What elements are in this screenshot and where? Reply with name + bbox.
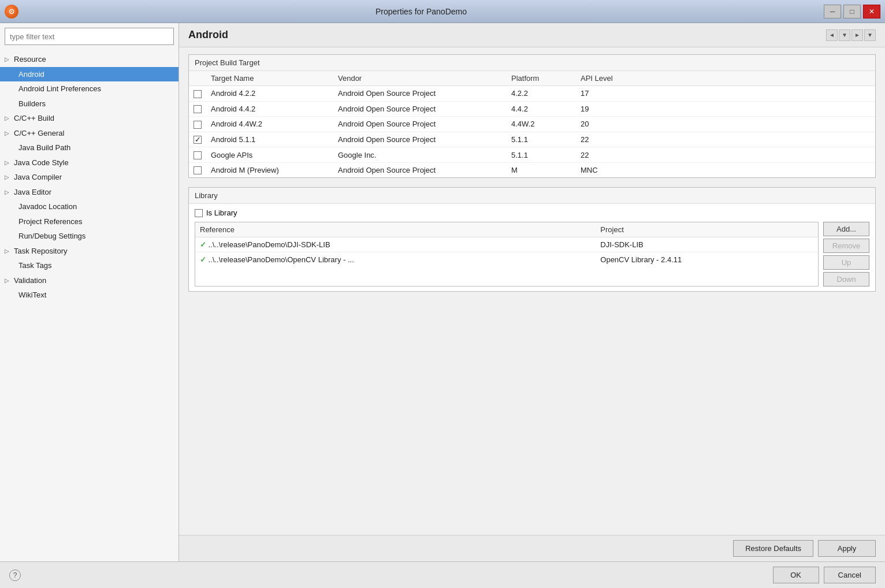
sidebar-item-project-references[interactable]: Project References [0, 214, 179, 229]
sidebar-item-label: Run/Debug Settings [18, 230, 85, 242]
sidebar-item-resource[interactable]: ▷Resource [0, 52, 179, 67]
sidebar-item-label: Android [18, 69, 44, 80]
library-section: Library Is Library Referenc [188, 187, 876, 292]
lib-project: DJI-SDK-LIB [596, 237, 818, 252]
row-checkbox[interactable] [194, 166, 202, 174]
lib-buttons: Add... Remove Up Down [819, 222, 869, 286]
sidebar-item-builders[interactable]: Builders [0, 96, 179, 111]
row-platform: 4.4.2 [507, 101, 576, 117]
sidebar-item-java-code-style[interactable]: ▷Java Code Style [0, 155, 179, 170]
lib-ref: ✓ ..\..\release\PanoDemo\OpenCV Library … [195, 252, 596, 267]
sidebar-item-cpp-build[interactable]: ▷C/C++ Build [0, 111, 179, 126]
down-button[interactable]: Down [823, 272, 869, 286]
sidebar-item-java-editor[interactable]: ▷Java Editor [0, 185, 179, 200]
panel-body: Project Build Target Target Name Vendor … [179, 47, 885, 535]
lib-check-icon: ✓ [200, 255, 206, 264]
is-library-checkbox[interactable] [195, 209, 203, 217]
row-api: 22 [576, 147, 875, 163]
lib-table-wrapper: Reference Project ✓ ..\..\release\PanoDe… [195, 222, 819, 286]
row-checkbox-cell[interactable] [189, 101, 206, 117]
row-checkbox[interactable] [194, 136, 202, 144]
restore-defaults-button[interactable]: Restore Defaults [733, 540, 813, 557]
sidebar-item-label: Java Compiler [14, 172, 62, 183]
sidebar-item-android[interactable]: Android [0, 67, 179, 82]
row-target-name: Android 4.2.2 [206, 86, 333, 102]
row-vendor: Android Open Source Project [333, 86, 507, 102]
sidebar-item-label: Builders [18, 98, 46, 110]
lib-table: Reference Project ✓ ..\..\release\PanoDe… [195, 222, 818, 267]
row-checkbox-cell[interactable] [189, 162, 206, 177]
col-checkbox [189, 71, 206, 86]
row-checkbox[interactable] [194, 121, 202, 129]
is-library-row: Is Library [195, 209, 869, 217]
close-button[interactable]: ✕ [863, 5, 880, 18]
row-target-name: Android 5.1.1 [206, 132, 333, 147]
nav-forward-button[interactable]: ► [851, 29, 863, 41]
restore-button[interactable]: □ [843, 5, 861, 18]
help-icon[interactable]: ? [9, 570, 21, 581]
app-icon: ⊙ [5, 5, 18, 18]
row-platform: 4.2.2 [507, 86, 576, 102]
row-checkbox-cell[interactable] [189, 132, 206, 147]
nav-forward-dropdown[interactable]: ▼ [864, 29, 876, 41]
sidebar-item-validation[interactable]: ▷Validation [0, 273, 179, 288]
nav-back-dropdown[interactable]: ▼ [839, 29, 850, 41]
panel-title: Android [188, 29, 228, 41]
sidebar-item-android-lint[interactable]: Android Lint Preferences [0, 81, 179, 96]
expand-icon: ▷ [5, 158, 12, 167]
table-row[interactable]: Android 4.2.2 Android Open Source Projec… [189, 86, 875, 102]
footer: ? OK Cancel [0, 561, 885, 588]
row-checkbox[interactable] [194, 151, 202, 159]
table-row[interactable]: Android 5.1.1 Android Open Source Projec… [189, 132, 875, 147]
expand-icon: ▷ [5, 247, 12, 255]
sidebar-item-cpp-general[interactable]: ▷C/C++ General [0, 126, 179, 141]
sidebar-item-run-debug[interactable]: Run/Debug Settings [0, 229, 179, 244]
sidebar-item-task-repository[interactable]: ▷Task Repository [0, 244, 179, 259]
filter-input[interactable] [5, 28, 174, 45]
lib-col-reference: Reference [195, 222, 596, 237]
row-checkbox-cell[interactable] [189, 86, 206, 102]
row-api: 17 [576, 86, 875, 102]
lib-check-icon: ✓ [200, 240, 206, 249]
row-checkbox[interactable] [194, 105, 202, 113]
row-checkbox-cell[interactable] [189, 147, 206, 163]
panel-header: Android ◄ ▼ ► ▼ [179, 23, 885, 47]
row-target-name: Android M (Preview) [206, 162, 333, 177]
minimize-button[interactable]: ─ [824, 5, 841, 18]
row-target-name: Android 4.4.2 [206, 101, 333, 117]
row-checkbox-cell[interactable] [189, 117, 206, 132]
apply-button[interactable]: Apply [818, 540, 876, 557]
lib-row[interactable]: ✓ ..\..\release\PanoDemo\OpenCV Library … [195, 252, 818, 267]
table-row[interactable]: Google APIs Google Inc. 5.1.1 22 [189, 147, 875, 163]
nav-back-button[interactable]: ◄ [826, 29, 838, 41]
sidebar-item-wikitext[interactable]: WikiText [0, 288, 179, 303]
expand-icon: ▷ [5, 188, 12, 196]
row-platform: 5.1.1 [507, 147, 576, 163]
is-library-label: Is Library [206, 209, 237, 217]
sidebar-item-label: Java Build Path [18, 142, 70, 154]
sidebar-item-task-tags[interactable]: Task Tags [0, 258, 179, 273]
remove-button[interactable]: Remove [823, 239, 869, 253]
row-vendor: Google Inc. [333, 147, 507, 163]
sidebar-item-label: Task Repository [14, 245, 67, 257]
add-button[interactable]: Add... [823, 222, 869, 236]
row-platform: 4.4W.2 [507, 117, 576, 132]
ok-button[interactable]: OK [773, 567, 819, 583]
row-vendor: Android Open Source Project [333, 162, 507, 177]
expand-icon: ▷ [5, 114, 12, 122]
row-api: MNC [576, 162, 875, 177]
sidebar-item-label: Java Editor [14, 187, 51, 198]
up-button[interactable]: Up [823, 255, 869, 270]
table-row[interactable]: Android 4.4.2 Android Open Source Projec… [189, 101, 875, 117]
lib-row[interactable]: ✓ ..\..\release\PanoDemo\DJI-SDK-LIB DJI… [195, 237, 818, 252]
row-vendor: Android Open Source Project [333, 117, 507, 132]
sidebar-item-java-compiler[interactable]: ▷Java Compiler [0, 170, 179, 185]
sidebar-item-label: Resource [14, 54, 46, 65]
nav-arrows: ◄ ▼ ► ▼ [826, 29, 876, 41]
table-row[interactable]: Android M (Preview) Android Open Source … [189, 162, 875, 177]
table-row[interactable]: Android 4.4W.2 Android Open Source Proje… [189, 117, 875, 132]
sidebar-item-javadoc-location[interactable]: Javadoc Location [0, 199, 179, 214]
sidebar-item-java-build-path[interactable]: Java Build Path [0, 140, 179, 155]
row-checkbox[interactable] [194, 90, 202, 98]
cancel-button[interactable]: Cancel [824, 567, 876, 583]
